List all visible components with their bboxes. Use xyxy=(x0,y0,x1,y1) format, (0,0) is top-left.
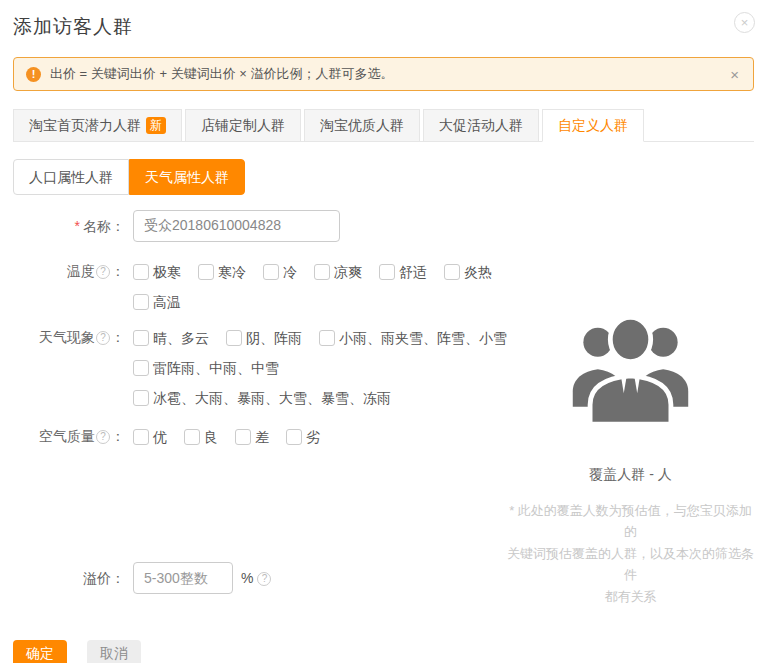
checkbox-air-excellent[interactable]: 优 xyxy=(133,428,167,446)
checkbox-weather-sunny-cloudy[interactable]: 晴、多云 xyxy=(133,329,209,347)
checkbox-temp-high-temperature[interactable]: 高温 xyxy=(133,293,181,311)
coverage-note-line: 都有关系 xyxy=(507,586,754,607)
checkbox-icon xyxy=(133,330,149,346)
tab-shop-custom[interactable]: 店铺定制人群 xyxy=(185,109,301,142)
required-mark: * xyxy=(75,218,80,234)
checkbox-icon xyxy=(133,294,149,310)
checkbox-icon xyxy=(444,264,460,280)
checkbox-icon xyxy=(133,360,149,376)
notice-text: 出价 = 关键词出价 + 关键词出价 × 溢价比例；人群可多选。 xyxy=(50,65,719,83)
coverage-count-text: 覆盖人群 - 人 xyxy=(507,466,754,484)
tab-label: 淘宝优质人群 xyxy=(320,117,404,133)
checkbox-temp-comfortable[interactable]: 舒适 xyxy=(379,263,427,281)
checkbox-air-bad[interactable]: 劣 xyxy=(286,428,320,446)
weather-row: 天气现象?： 晴、多云 阴、阵雨 小雨、雨夹雪、阵雪、小雪 雷阵雨、中雨、中雪 … xyxy=(13,328,507,407)
checkbox-icon xyxy=(286,429,302,445)
tab-label: 淘宝首页潜力人群 xyxy=(29,117,141,133)
tab-promo-activity[interactable]: 大促活动人群 xyxy=(423,109,539,142)
checkbox-icon xyxy=(133,264,149,280)
weather-label: 天气现象?： xyxy=(13,328,133,346)
checkbox-icon xyxy=(198,264,214,280)
checkbox-icon xyxy=(314,264,330,280)
cancel-button[interactable]: 取消 xyxy=(87,640,141,663)
checkbox-weather-hail-heavy-rain-snow[interactable]: 冰雹、大雨、暴雨、大雪、暴雪、冻雨 xyxy=(133,389,391,407)
audience-group-icon xyxy=(563,299,698,426)
coverage-note-line: * 此处的覆盖人数为预估值，与您宝贝添加的 xyxy=(507,500,754,543)
new-badge: 新 xyxy=(146,117,166,134)
name-row: *名称： xyxy=(13,210,507,242)
main-area: *名称： 温度?： 极寒 寒冷 冷 凉爽 舒适 炎热 高温 xyxy=(13,210,754,607)
tab-label: 店铺定制人群 xyxy=(201,117,285,133)
checkbox-icon xyxy=(184,429,200,445)
add-visitor-audience-dialog: 添加访客人群 × ! 出价 = 关键词出价 + 关键词出价 × 溢价比例；人群可… xyxy=(0,0,767,663)
confirm-button[interactable]: 确定 xyxy=(13,640,67,663)
air-quality-options: 优 良 差 劣 xyxy=(133,427,320,446)
checkbox-temp-cool[interactable]: 凉爽 xyxy=(314,263,362,281)
page-title: 添加访客人群 xyxy=(13,14,754,40)
notice-close-icon[interactable]: × xyxy=(728,66,741,83)
coverage-note: * 此处的覆盖人数为预估值，与您宝贝添加的 关键词预估覆盖的人群，以及本次的筛选… xyxy=(507,500,754,607)
checkbox-weather-light-rain-sleet-snow[interactable]: 小雨、雨夹雪、阵雪、小雪 xyxy=(319,329,507,347)
tab-bar: 淘宝首页潜力人群新 店铺定制人群 淘宝优质人群 大促活动人群 自定义人群 xyxy=(13,109,754,142)
subtab-weather[interactable]: 天气属性人群 xyxy=(129,159,245,195)
checkbox-air-poor[interactable]: 差 xyxy=(235,428,269,446)
checkbox-icon xyxy=(226,330,242,346)
air-quality-row: 空气质量?： 优 良 差 劣 xyxy=(13,427,507,446)
checkbox-icon xyxy=(133,390,149,406)
subtab-demographic[interactable]: 人口属性人群 xyxy=(13,159,129,195)
premium-row: 溢价： %? xyxy=(13,562,507,594)
checkbox-icon xyxy=(263,264,279,280)
subtab-group: 人口属性人群 天气属性人群 xyxy=(13,159,245,195)
checkbox-icon xyxy=(133,429,149,445)
checkbox-weather-thunderstorm-moderate[interactable]: 雷阵雨、中雨、中雪 xyxy=(133,359,279,377)
help-icon[interactable]: ? xyxy=(96,331,110,345)
temperature-label: 温度?： xyxy=(13,262,133,280)
help-icon[interactable]: ? xyxy=(96,430,110,444)
checkbox-icon xyxy=(235,429,251,445)
help-icon[interactable]: ? xyxy=(257,572,271,586)
weather-options: 晴、多云 阴、阵雨 小雨、雨夹雪、阵雪、小雪 雷阵雨、中雨、中雪 冰雹、大雨、暴… xyxy=(133,328,507,407)
tab-label: 大促活动人群 xyxy=(439,117,523,133)
checkbox-icon xyxy=(379,264,395,280)
checkbox-temp-chilly[interactable]: 冷 xyxy=(263,263,297,281)
checkbox-weather-overcast-showers[interactable]: 阴、阵雨 xyxy=(226,329,302,347)
tab-custom-audience[interactable]: 自定义人群 xyxy=(542,109,644,142)
checkbox-temp-hot[interactable]: 炎热 xyxy=(444,263,492,281)
coverage-note-line: 关键词预估覆盖的人群，以及本次的筛选条件 xyxy=(507,543,754,586)
dialog-footer: 确定 取消 xyxy=(13,640,754,663)
checkbox-air-good[interactable]: 良 xyxy=(184,428,218,446)
coverage-panel: 覆盖人群 - 人 * 此处的覆盖人数为预估值，与您宝贝添加的 关键词预估覆盖的人… xyxy=(507,210,754,607)
notice-bar: ! 出价 = 关键词出价 + 关键词出价 × 溢价比例；人群可多选。 × xyxy=(13,57,754,91)
temperature-options: 极寒 寒冷 冷 凉爽 舒适 炎热 高温 xyxy=(133,262,492,311)
name-label: *名称： xyxy=(13,210,133,242)
temperature-row: 温度?： 极寒 寒冷 冷 凉爽 舒适 炎热 高温 xyxy=(13,262,507,311)
premium-input[interactable] xyxy=(133,562,233,594)
checkbox-temp-extreme-cold[interactable]: 极寒 xyxy=(133,263,181,281)
name-input[interactable] xyxy=(133,210,340,242)
percent-unit: %? xyxy=(241,562,272,594)
air-quality-label: 空气质量?： xyxy=(13,427,133,445)
form-column: *名称： 温度?： 极寒 寒冷 冷 凉爽 舒适 炎热 高温 xyxy=(13,210,507,607)
alert-icon: ! xyxy=(26,67,41,82)
tab-taobao-homepage-potential[interactable]: 淘宝首页潜力人群新 xyxy=(13,109,182,142)
help-icon[interactable]: ? xyxy=(96,265,110,279)
dialog-close-icon[interactable]: × xyxy=(734,12,755,33)
tab-label: 自定义人群 xyxy=(558,117,628,133)
checkbox-icon xyxy=(319,330,335,346)
checkbox-temp-cold[interactable]: 寒冷 xyxy=(198,263,246,281)
premium-label: 溢价： xyxy=(13,562,133,594)
tab-taobao-quality[interactable]: 淘宝优质人群 xyxy=(304,109,420,142)
